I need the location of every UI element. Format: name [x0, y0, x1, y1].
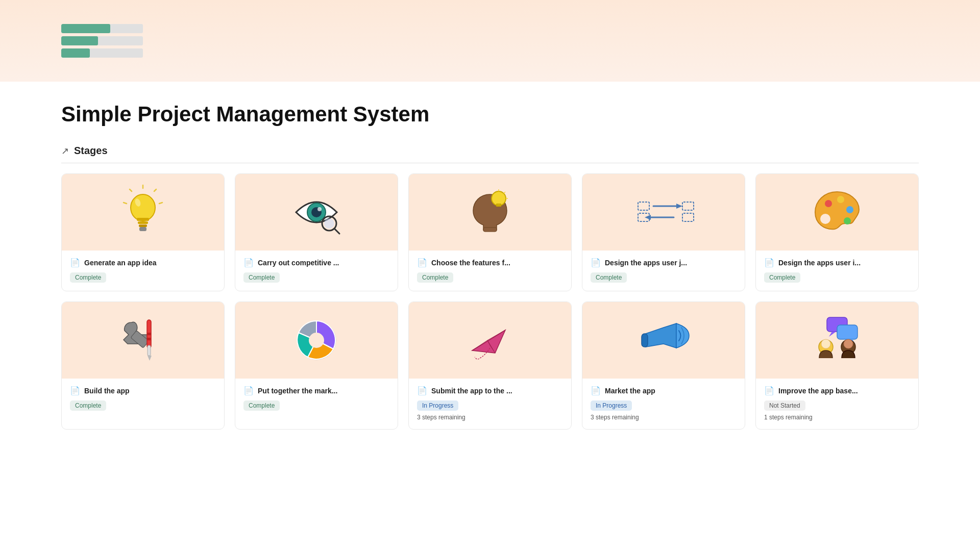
- svg-rect-24: [638, 202, 649, 210]
- svg-marker-47: [829, 332, 836, 337]
- status-badge: Complete: [764, 272, 800, 283]
- people-feedback-icon: [806, 312, 868, 368]
- card-marketing[interactable]: 📄 Put together the mark... Complete: [235, 302, 398, 430]
- card-body: 📄 Design the apps user i... Complete: [756, 251, 918, 291]
- svg-rect-30: [682, 202, 694, 210]
- card-title: Improve the app base...: [778, 387, 858, 395]
- card-title-row: 📄 Choose the features f...: [417, 258, 563, 267]
- doc-icon: 📄: [243, 386, 254, 395]
- doc-icon: 📄: [417, 258, 427, 267]
- section-arrow: ↗: [61, 145, 69, 157]
- doc-icon: 📄: [70, 258, 80, 267]
- paper-plane-icon: [462, 312, 518, 368]
- svg-rect-31: [682, 213, 694, 221]
- card-carry-out-competitive[interactable]: 📄 Carry out competitive ... Complete: [235, 173, 398, 291]
- logo-bar-2: [61, 36, 143, 45]
- doc-icon: 📄: [417, 386, 427, 395]
- logo-icon: [61, 24, 143, 58]
- card-market-app[interactable]: 📄 Market the app In Progress 3 steps rem…: [582, 302, 745, 430]
- card-build-app[interactable]: 📄 Build the app Complete: [61, 302, 225, 430]
- svg-marker-29: [645, 215, 651, 220]
- logo-bar-3: [61, 48, 143, 58]
- logo-bar-1: [61, 24, 143, 33]
- megaphone-icon: [635, 312, 692, 368]
- svg-line-2: [159, 203, 162, 204]
- card-title: Carry out competitive ...: [258, 259, 339, 267]
- card-design-user-interface[interactable]: 📄 Design the apps user i... Complete: [755, 173, 919, 291]
- card-title-row: 📄 Improve the app base...: [764, 386, 910, 395]
- svg-point-32: [825, 200, 832, 207]
- svg-line-1: [154, 189, 156, 191]
- svg-rect-48: [837, 325, 857, 339]
- svg-point-36: [820, 214, 830, 224]
- doc-icon: 📄: [591, 386, 601, 395]
- card-body: 📄 Design the apps user j... Complete: [582, 251, 745, 291]
- svg-line-20: [504, 192, 505, 193]
- card-body: 📄 Build the app Complete: [62, 379, 224, 419]
- card-title-row: 📄 Generate an app idea: [70, 258, 216, 267]
- card-improve-app[interactable]: 📄 Improve the app base... Not Started 1 …: [755, 302, 919, 430]
- svg-rect-7: [138, 221, 148, 224]
- pie-chart-icon: [288, 312, 345, 368]
- svg-marker-40: [148, 356, 152, 361]
- card-image-megaphone: [582, 302, 745, 379]
- card-body: 📄 Carry out competitive ... Complete: [235, 251, 398, 291]
- section-title: Stages: [74, 145, 108, 157]
- card-title: Market the app: [605, 387, 655, 395]
- card-body: 📄 Submit the app to the ... In Progress …: [409, 379, 571, 429]
- status-badge: Not Started: [764, 400, 805, 411]
- svg-point-13: [317, 207, 322, 211]
- card-choose-features[interactable]: 📄 Choose the features f... Complete: [408, 173, 572, 291]
- section-header: ↗ Stages: [61, 145, 919, 163]
- doc-icon: 📄: [591, 258, 601, 267]
- card-body: 📄 Generate an app idea Complete: [62, 251, 224, 291]
- svg-point-51: [821, 339, 830, 348]
- palette-icon: [809, 184, 865, 240]
- card-title: Generate an app idea: [84, 259, 157, 267]
- card-submit-app[interactable]: 📄 Submit the app to the ... In Progress …: [408, 302, 572, 430]
- card-body: 📄 Improve the app base... Not Started 1 …: [756, 379, 918, 429]
- cards-row-2: 📄 Build the app Complete: [61, 302, 919, 430]
- card-image-pie: [235, 302, 398, 379]
- card-design-user-journey[interactable]: 📄 Design the apps user j... Complete: [582, 173, 745, 291]
- steps-remaining: 1 steps remaining: [764, 414, 910, 421]
- card-body: 📄 Put together the mark... Complete: [235, 379, 398, 419]
- svg-point-53: [844, 339, 853, 348]
- card-title: Choose the features f...: [431, 259, 510, 267]
- svg-point-44: [309, 333, 324, 348]
- status-badge: Complete: [243, 400, 280, 411]
- svg-rect-42: [147, 338, 151, 340]
- card-title-row: 📄 Carry out competitive ...: [243, 258, 389, 267]
- card-title-row: 📄 Put together the mark...: [243, 386, 389, 395]
- card-image-paper-plane: [409, 302, 571, 379]
- status-badge: Complete: [417, 272, 453, 283]
- svg-rect-39: [148, 345, 151, 356]
- svg-line-16: [334, 229, 339, 234]
- status-badge: Complete: [70, 272, 106, 283]
- doc-icon: 📄: [243, 258, 254, 267]
- lightbulb-icon: [117, 184, 168, 240]
- card-title-row: 📄 Submit the app to the ...: [417, 386, 563, 395]
- card-image-eye: [235, 174, 398, 251]
- svg-line-3: [130, 189, 132, 191]
- svg-line-4: [124, 203, 127, 204]
- svg-point-33: [837, 196, 844, 203]
- svg-rect-8: [139, 224, 147, 227]
- card-title: Design the apps user i...: [778, 259, 861, 267]
- tools-icon: [117, 312, 168, 368]
- status-badge: In Progress: [591, 400, 632, 411]
- card-image-head: [409, 174, 571, 251]
- card-title-row: 📄 Build the app: [70, 386, 216, 395]
- eye-search-icon: [288, 187, 345, 238]
- svg-marker-27: [676, 204, 682, 209]
- card-generate-app-idea[interactable]: 📄 Generate an app idea Complete: [61, 173, 225, 291]
- header-banner: [0, 0, 980, 82]
- svg-rect-22: [496, 204, 501, 205]
- status-badge: Complete: [243, 272, 280, 283]
- status-badge: In Progress: [417, 400, 458, 411]
- doc-icon: 📄: [70, 386, 80, 395]
- svg-point-15: [324, 218, 334, 229]
- card-title-row: 📄 Design the apps user j...: [591, 258, 737, 267]
- svg-rect-17: [483, 228, 497, 232]
- svg-point-5: [131, 194, 155, 221]
